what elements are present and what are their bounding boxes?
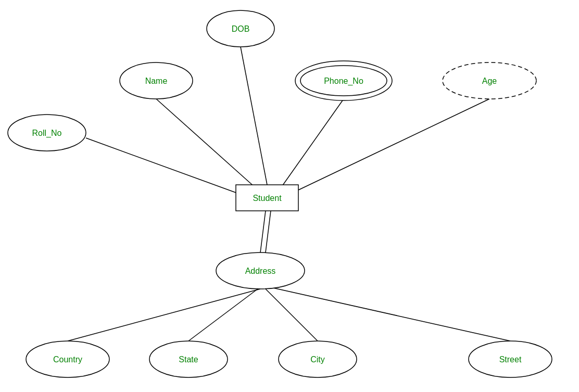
line-address-state [188,289,258,341]
dob-label: DOB [232,24,250,33]
age-label: Age [482,77,497,85]
line-address-city [266,289,318,341]
line-student-address-1 [260,211,266,252]
line-student-name [156,99,255,187]
address-label: Address [245,267,276,275]
phone-label: Phone_No [324,77,363,86]
state-label: State [179,355,198,364]
line-student-phone [281,99,344,187]
line-student-age [298,99,489,190]
line-student-dob [241,47,267,185]
city-label: City [310,355,325,364]
line-address-country [68,289,260,341]
country-label: Country [53,355,82,364]
name-label: Name [145,77,168,85]
student-label: Student [253,194,282,203]
rollno-label: Roll_No [32,129,62,138]
line-student-rollno [86,138,236,193]
line-student-address-2 [266,211,271,252]
line-address-street [271,287,510,341]
street-label: Street [499,355,522,364]
